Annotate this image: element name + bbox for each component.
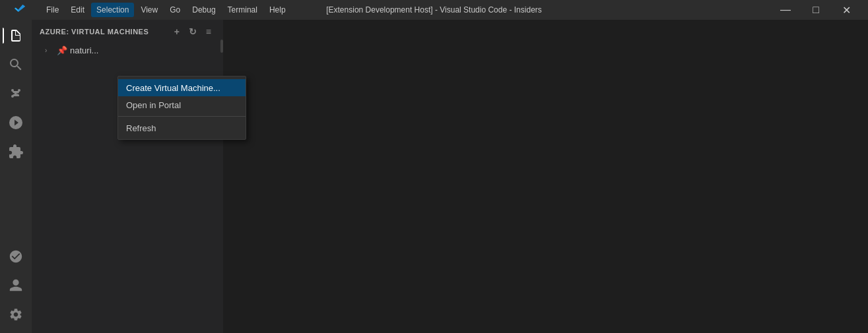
menu-view[interactable]: View xyxy=(135,3,163,17)
menu-edit[interactable]: Edit xyxy=(65,3,90,17)
menu-bar: File Edit Selection View Go Debug Termin… xyxy=(41,3,291,17)
remote-activity-icon[interactable] xyxy=(3,243,29,270)
accounts-activity-icon[interactable] xyxy=(3,272,29,299)
subscription-label: naturi... xyxy=(70,45,98,55)
menu-file[interactable]: File xyxy=(41,3,64,17)
minimize-button[interactable]: — xyxy=(770,0,801,20)
activity-bar-bottom xyxy=(3,243,29,333)
sidebar: Azure: Virtual Machines + ↻ ≡ › 📌 naturi… xyxy=(32,20,223,333)
sidebar-header-actions: + ↻ ≡ xyxy=(170,25,215,38)
subscription-icon: 📌 xyxy=(57,45,67,55)
collapse-all-button[interactable]: ≡ xyxy=(202,25,215,38)
explorer-icon[interactable] xyxy=(3,22,29,49)
editor-area xyxy=(223,20,868,333)
close-button[interactable]: ✕ xyxy=(831,0,861,20)
extensions-activity-icon[interactable] xyxy=(3,138,29,165)
search-activity-icon[interactable] xyxy=(3,51,29,78)
menu-help[interactable]: Help xyxy=(264,3,291,17)
activity-bar xyxy=(0,20,32,333)
tree-item-subscription[interactable]: › 📌 naturi... xyxy=(32,43,223,57)
title-bar: File Edit Selection View Go Debug Termin… xyxy=(0,0,868,20)
maximize-button[interactable]: □ xyxy=(801,0,831,20)
add-subscription-button[interactable]: + xyxy=(170,25,184,38)
main-layout: Azure: Virtual Machines + ↻ ≡ › 📌 naturi… xyxy=(0,20,868,333)
window-title: [Extension Development Host] - Visual St… xyxy=(326,5,542,15)
chevron-right-icon: › xyxy=(45,47,54,54)
refresh-sidebar-button[interactable]: ↻ xyxy=(186,25,199,38)
sidebar-title: Azure: Virtual Machines xyxy=(40,28,149,36)
sidebar-header: Azure: Virtual Machines + ↻ ≡ xyxy=(32,20,223,43)
menu-selection[interactable]: Selection xyxy=(91,3,134,17)
menu-terminal[interactable]: Terminal xyxy=(222,3,263,17)
menu-go[interactable]: Go xyxy=(164,3,185,17)
context-menu: Create Virtual Machine... Open in Portal… xyxy=(117,76,246,140)
menu-debug[interactable]: Debug xyxy=(187,3,220,17)
context-menu-item-open-portal[interactable]: Open in Portal xyxy=(118,96,246,113)
context-menu-separator xyxy=(118,116,246,117)
run-activity-icon[interactable] xyxy=(3,109,29,136)
context-menu-item-create-vm[interactable]: Create Virtual Machine... xyxy=(118,79,246,96)
settings-activity-icon[interactable] xyxy=(3,301,29,328)
context-menu-item-refresh[interactable]: Refresh xyxy=(118,119,246,136)
window-controls: — □ ✕ xyxy=(770,0,861,20)
source-control-activity-icon[interactable] xyxy=(3,80,29,107)
scrollbar-thumb[interactable] xyxy=(220,43,223,53)
vscode-logo xyxy=(7,0,33,23)
